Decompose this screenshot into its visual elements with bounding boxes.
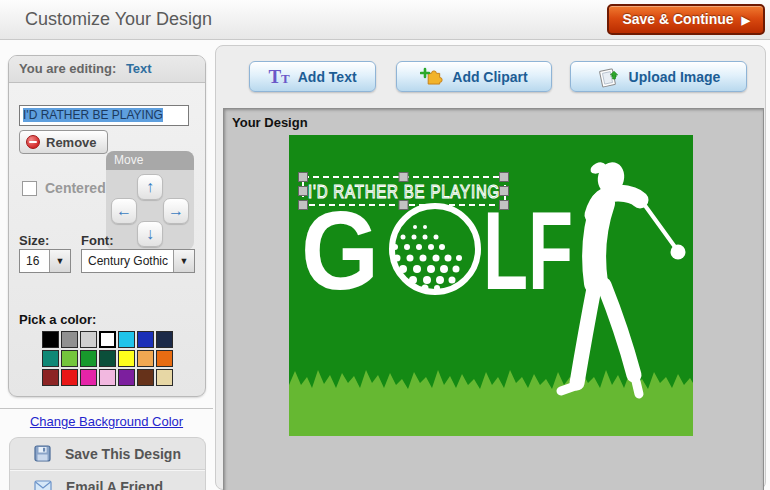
move-down-button[interactable]: ↓ bbox=[137, 221, 163, 247]
forward-arrow-icon: ▶ bbox=[742, 14, 750, 26]
centered-row: Centered bbox=[22, 180, 106, 196]
color-swatch[interactable] bbox=[42, 331, 59, 348]
color-swatch[interactable] bbox=[156, 369, 173, 386]
centered-label: Centered bbox=[45, 180, 106, 196]
color-swatch[interactable] bbox=[42, 350, 59, 367]
golf-letters-lf: LF bbox=[483, 188, 573, 313]
email-friend-item[interactable]: Email A Friend bbox=[10, 471, 205, 490]
arrow-right-icon: → bbox=[168, 202, 184, 219]
remove-icon bbox=[26, 135, 40, 149]
upload-icon bbox=[597, 66, 621, 88]
color-swatch[interactable] bbox=[99, 369, 116, 386]
text-input-value: I'D RATHER BE PLAYING bbox=[23, 108, 163, 122]
editing-label: You are editing: bbox=[19, 61, 116, 76]
color-swatch[interactable] bbox=[61, 331, 78, 348]
email-friend-label: Email A Friend bbox=[66, 479, 163, 490]
color-swatch[interactable] bbox=[156, 331, 173, 348]
chevron-down-icon: ▼ bbox=[49, 250, 70, 272]
save-disk-icon bbox=[34, 445, 51, 462]
font-select[interactable]: Century Gothic ▼ bbox=[81, 249, 195, 273]
color-swatch[interactable] bbox=[137, 369, 154, 386]
move-pad: Move ↑ ← → ↓ bbox=[106, 151, 194, 250]
color-swatch[interactable] bbox=[118, 350, 135, 367]
design-preview-panel: Your Design G LF bbox=[223, 108, 764, 490]
upload-image-label: Upload Image bbox=[629, 69, 721, 85]
text-input[interactable]: I'D RATHER BE PLAYING bbox=[19, 105, 189, 126]
remove-label: Remove bbox=[46, 135, 97, 150]
puzzle-icon bbox=[420, 66, 444, 88]
color-swatch[interactable] bbox=[118, 369, 135, 386]
color-swatch[interactable] bbox=[99, 350, 116, 367]
add-clipart-button[interactable]: Add Clipart bbox=[396, 61, 552, 92]
design-canvas[interactable]: G LF bbox=[289, 135, 693, 436]
color-swatch[interactable] bbox=[80, 331, 97, 348]
color-swatch[interactable] bbox=[137, 331, 154, 348]
editing-target: Text bbox=[126, 61, 152, 76]
move-up-button[interactable]: ↑ bbox=[137, 174, 163, 200]
pick-color-label: Pick a color: bbox=[19, 312, 96, 327]
design-panel-title: Your Design bbox=[232, 115, 308, 130]
color-grid bbox=[42, 331, 176, 386]
color-swatch[interactable] bbox=[80, 369, 97, 386]
color-swatch[interactable] bbox=[156, 350, 173, 367]
page-title: Customize Your Design bbox=[25, 0, 212, 39]
design-text-overlay: I'D RATHER BE PLAYING bbox=[308, 182, 500, 202]
color-swatch[interactable] bbox=[61, 369, 78, 386]
color-swatch[interactable] bbox=[137, 350, 154, 367]
color-swatch[interactable] bbox=[80, 350, 97, 367]
chevron-down-icon: ▼ bbox=[173, 250, 194, 272]
add-clipart-label: Add Clipart bbox=[452, 69, 527, 85]
change-background-link[interactable]: Change Background Color bbox=[0, 414, 213, 429]
save-continue-button[interactable]: Save & Continue ▶ bbox=[607, 4, 765, 35]
arrow-left-icon: ← bbox=[116, 202, 132, 219]
text-tt-icon: TT bbox=[268, 67, 289, 86]
arrow-down-icon: ↓ bbox=[146, 225, 154, 242]
add-text-button[interactable]: TT Add Text bbox=[249, 61, 376, 92]
editing-panel: You are editing: Text I'D RATHER BE PLAY… bbox=[8, 55, 206, 397]
save-continue-label: Save & Continue bbox=[622, 11, 733, 27]
color-swatch[interactable] bbox=[99, 331, 116, 348]
editing-header: You are editing: Text bbox=[9, 56, 205, 83]
font-label: Font: bbox=[81, 233, 113, 248]
size-label: Size: bbox=[19, 233, 49, 248]
upload-image-button[interactable]: Upload Image bbox=[570, 61, 747, 92]
move-right-button[interactable]: → bbox=[163, 198, 189, 224]
golf-letter-g: G bbox=[301, 188, 379, 313]
add-text-label: Add Text bbox=[298, 69, 357, 85]
sidebar-menu: Save This Design Email A Friend bbox=[9, 437, 206, 490]
color-swatch[interactable] bbox=[118, 331, 135, 348]
font-value: Century Gothic bbox=[82, 254, 173, 268]
main-panel: TT Add Text Add Clipart Upload Image You… bbox=[215, 45, 766, 490]
size-select[interactable]: 16 ▼ bbox=[19, 249, 71, 273]
email-icon bbox=[34, 480, 52, 490]
remove-button[interactable]: Remove bbox=[19, 130, 108, 154]
arrow-up-icon: ↑ bbox=[146, 178, 154, 195]
move-pad-title: Move bbox=[106, 151, 194, 170]
color-swatch[interactable] bbox=[42, 369, 59, 386]
save-design-item[interactable]: Save This Design bbox=[10, 438, 205, 469]
size-value: 16 bbox=[20, 254, 49, 268]
top-bar: Customize Your Design Save & Continue ▶ bbox=[0, 0, 770, 40]
centered-checkbox[interactable] bbox=[22, 181, 37, 196]
save-design-label: Save This Design bbox=[65, 446, 181, 462]
color-swatch[interactable] bbox=[61, 350, 78, 367]
move-left-button[interactable]: ← bbox=[111, 198, 137, 224]
sidebar-divider bbox=[0, 408, 213, 409]
